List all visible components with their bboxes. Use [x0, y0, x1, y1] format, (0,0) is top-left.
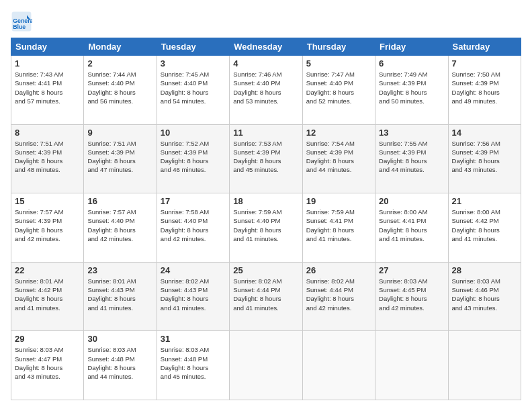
day-number: 29	[15, 334, 80, 344]
day-number: 26	[306, 265, 371, 275]
day-info: Sunrise: 7:57 AM Sunset: 4:39 PM Dayligh…	[15, 208, 80, 243]
calendar-body: 1Sunrise: 7:43 AM Sunset: 4:41 PM Daylig…	[11, 56, 521, 400]
week-row-4: 22Sunrise: 8:01 AM Sunset: 4:42 PM Dayli…	[11, 262, 521, 331]
day-number: 15	[15, 196, 80, 206]
day-cell: 17Sunrise: 7:58 AM Sunset: 4:40 PM Dayli…	[157, 193, 229, 263]
weekday-header-friday: Friday	[375, 38, 448, 56]
day-info: Sunrise: 7:59 AM Sunset: 4:40 PM Dayligh…	[233, 208, 298, 243]
day-number: 10	[161, 128, 226, 138]
day-cell	[448, 331, 521, 400]
day-info: Sunrise: 8:03 AM Sunset: 4:46 PM Dayligh…	[452, 277, 517, 312]
calendar-page: General Blue SundayMondayTuesdayWednesda…	[0, 0, 532, 411]
day-cell: 19Sunrise: 7:59 AM Sunset: 4:41 PM Dayli…	[302, 193, 375, 263]
day-cell: 6Sunrise: 7:49 AM Sunset: 4:39 PM Daylig…	[375, 56, 448, 125]
weekday-header-saturday: Saturday	[448, 38, 521, 56]
day-number: 9	[87, 128, 152, 138]
day-cell: 4Sunrise: 7:46 AM Sunset: 4:40 PM Daylig…	[230, 56, 302, 125]
day-cell: 2Sunrise: 7:44 AM Sunset: 4:40 PM Daylig…	[84, 56, 157, 125]
day-cell: 21Sunrise: 8:00 AM Sunset: 4:42 PM Dayli…	[448, 193, 521, 263]
day-info: Sunrise: 8:01 AM Sunset: 4:43 PM Dayligh…	[87, 277, 152, 312]
header: General Blue	[11, 11, 521, 32]
weekday-header-sunday: Sunday	[11, 38, 84, 56]
day-number: 13	[379, 128, 444, 138]
week-row-3: 15Sunrise: 7:57 AM Sunset: 4:39 PM Dayli…	[11, 193, 521, 263]
day-number: 3	[161, 58, 226, 68]
calendar-table: SundayMondayTuesdayWednesdayThursdayFrid…	[11, 38, 521, 400]
day-number: 2	[87, 58, 152, 68]
day-info: Sunrise: 8:03 AM Sunset: 4:48 PM Dayligh…	[87, 345, 152, 381]
day-number: 23	[87, 265, 152, 275]
day-cell: 25Sunrise: 8:02 AM Sunset: 4:44 PM Dayli…	[230, 262, 302, 331]
day-cell: 18Sunrise: 7:59 AM Sunset: 4:40 PM Dayli…	[230, 193, 302, 263]
day-number: 7	[452, 58, 517, 68]
day-info: Sunrise: 8:02 AM Sunset: 4:44 PM Dayligh…	[233, 277, 298, 312]
day-cell	[375, 331, 448, 400]
day-number: 17	[161, 196, 226, 206]
day-cell: 29Sunrise: 8:03 AM Sunset: 4:47 PM Dayli…	[11, 331, 84, 400]
day-cell: 1Sunrise: 7:43 AM Sunset: 4:41 PM Daylig…	[11, 56, 84, 125]
weekday-header-row: SundayMondayTuesdayWednesdayThursdayFrid…	[11, 38, 521, 56]
day-number: 28	[452, 265, 517, 275]
day-cell	[230, 331, 302, 400]
day-cell: 16Sunrise: 7:57 AM Sunset: 4:40 PM Dayli…	[84, 193, 157, 263]
day-number: 21	[452, 196, 517, 206]
day-cell: 8Sunrise: 7:51 AM Sunset: 4:39 PM Daylig…	[11, 124, 84, 193]
day-number: 24	[161, 265, 226, 275]
day-number: 11	[233, 128, 298, 138]
day-info: Sunrise: 7:55 AM Sunset: 4:39 PM Dayligh…	[379, 139, 444, 175]
day-info: Sunrise: 8:00 AM Sunset: 4:41 PM Dayligh…	[379, 208, 444, 243]
day-cell: 11Sunrise: 7:53 AM Sunset: 4:39 PM Dayli…	[230, 124, 302, 193]
day-number: 6	[379, 58, 444, 68]
day-info: Sunrise: 7:57 AM Sunset: 4:40 PM Dayligh…	[87, 208, 152, 243]
weekday-header-wednesday: Wednesday	[230, 38, 302, 56]
week-row-2: 8Sunrise: 7:51 AM Sunset: 4:39 PM Daylig…	[11, 124, 521, 193]
day-cell: 15Sunrise: 7:57 AM Sunset: 4:39 PM Dayli…	[11, 193, 84, 263]
day-info: Sunrise: 7:59 AM Sunset: 4:41 PM Dayligh…	[306, 208, 371, 243]
day-number: 1	[15, 58, 80, 68]
day-info: Sunrise: 8:02 AM Sunset: 4:44 PM Dayligh…	[306, 277, 371, 312]
day-info: Sunrise: 7:51 AM Sunset: 4:39 PM Dayligh…	[87, 139, 152, 175]
day-number: 25	[233, 265, 298, 275]
day-info: Sunrise: 7:54 AM Sunset: 4:39 PM Dayligh…	[306, 139, 371, 175]
day-info: Sunrise: 8:03 AM Sunset: 4:45 PM Dayligh…	[379, 277, 444, 312]
day-number: 4	[233, 58, 298, 68]
weekday-header-tuesday: Tuesday	[157, 38, 229, 56]
weekday-header-monday: Monday	[84, 38, 157, 56]
week-row-5: 29Sunrise: 8:03 AM Sunset: 4:47 PM Dayli…	[11, 331, 521, 400]
day-number: 12	[306, 128, 371, 138]
logo-icon: General Blue	[11, 11, 32, 32]
day-info: Sunrise: 8:03 AM Sunset: 4:47 PM Dayligh…	[15, 345, 80, 381]
day-info: Sunrise: 7:44 AM Sunset: 4:40 PM Dayligh…	[87, 70, 152, 105]
day-number: 27	[379, 265, 444, 275]
day-info: Sunrise: 7:47 AM Sunset: 4:40 PM Dayligh…	[306, 70, 371, 105]
day-info: Sunrise: 8:01 AM Sunset: 4:42 PM Dayligh…	[15, 277, 80, 312]
day-info: Sunrise: 7:50 AM Sunset: 4:39 PM Dayligh…	[452, 70, 517, 105]
day-info: Sunrise: 7:46 AM Sunset: 4:40 PM Dayligh…	[233, 70, 298, 105]
day-number: 18	[233, 196, 298, 206]
day-number: 5	[306, 58, 371, 68]
day-info: Sunrise: 7:52 AM Sunset: 4:39 PM Dayligh…	[161, 139, 226, 175]
day-info: Sunrise: 7:45 AM Sunset: 4:40 PM Dayligh…	[161, 70, 226, 105]
day-cell: 24Sunrise: 8:02 AM Sunset: 4:43 PM Dayli…	[157, 262, 229, 331]
day-number: 14	[452, 128, 517, 138]
day-info: Sunrise: 7:51 AM Sunset: 4:39 PM Dayligh…	[15, 139, 80, 175]
day-cell: 30Sunrise: 8:03 AM Sunset: 4:48 PM Dayli…	[84, 331, 157, 400]
day-number: 19	[306, 196, 371, 206]
day-cell: 26Sunrise: 8:02 AM Sunset: 4:44 PM Dayli…	[302, 262, 375, 331]
day-cell: 13Sunrise: 7:55 AM Sunset: 4:39 PM Dayli…	[375, 124, 448, 193]
day-info: Sunrise: 7:49 AM Sunset: 4:39 PM Dayligh…	[379, 70, 444, 105]
day-cell: 12Sunrise: 7:54 AM Sunset: 4:39 PM Dayli…	[302, 124, 375, 193]
day-info: Sunrise: 7:58 AM Sunset: 4:40 PM Dayligh…	[161, 208, 226, 243]
weekday-header-thursday: Thursday	[302, 38, 375, 56]
day-cell: 31Sunrise: 8:03 AM Sunset: 4:48 PM Dayli…	[157, 331, 229, 400]
day-cell: 5Sunrise: 7:47 AM Sunset: 4:40 PM Daylig…	[302, 56, 375, 125]
day-info: Sunrise: 7:56 AM Sunset: 4:39 PM Dayligh…	[452, 139, 517, 175]
day-info: Sunrise: 8:00 AM Sunset: 4:42 PM Dayligh…	[452, 208, 517, 243]
week-row-1: 1Sunrise: 7:43 AM Sunset: 4:41 PM Daylig…	[11, 56, 521, 125]
day-number: 22	[15, 265, 80, 275]
svg-text:Blue: Blue	[13, 24, 26, 30]
day-info: Sunrise: 8:02 AM Sunset: 4:43 PM Dayligh…	[161, 277, 226, 312]
day-number: 31	[161, 334, 226, 344]
day-info: Sunrise: 7:43 AM Sunset: 4:41 PM Dayligh…	[15, 70, 80, 105]
day-cell: 10Sunrise: 7:52 AM Sunset: 4:39 PM Dayli…	[157, 124, 229, 193]
